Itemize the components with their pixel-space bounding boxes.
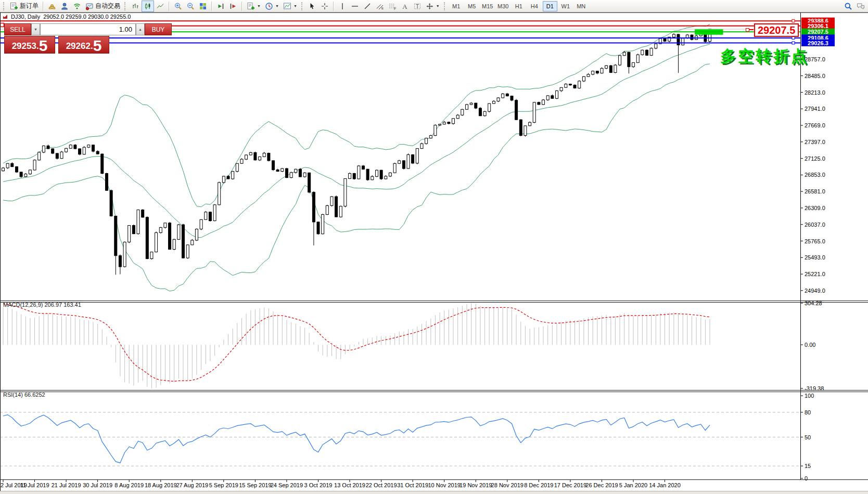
trendline-button[interactable] bbox=[361, 1, 374, 12]
volume-input[interactable] bbox=[40, 23, 136, 35]
shapes-button[interactable]: ▼ bbox=[424, 1, 442, 12]
svg-text:11 Jul 2019: 11 Jul 2019 bbox=[20, 482, 49, 488]
price-axis[interactable]: 28757.028485.028213.027941.027669.027397… bbox=[800, 56, 825, 294]
toolbar: 新订单 自动交易 bbox=[0, 0, 868, 12]
timeframe-M1[interactable]: M1 bbox=[449, 1, 464, 11]
volume-decrease-button[interactable]: ▼ bbox=[31, 23, 40, 35]
svg-text:8 Dec 2019: 8 Dec 2019 bbox=[524, 482, 553, 488]
svg-text:15 Sep 2019: 15 Sep 2019 bbox=[239, 482, 271, 488]
text-label-icon: T bbox=[413, 2, 422, 10]
text-icon: A bbox=[401, 2, 409, 10]
chart-window: 29388.629306.129207.529108.629026.328757… bbox=[0, 12, 868, 494]
svg-text:50: 50 bbox=[805, 434, 811, 440]
deposit-button[interactable] bbox=[46, 1, 58, 12]
toolbar-drag-handle bbox=[3, 2, 6, 10]
one-click-trading-panel: SELL ▼ ▲ BUY 29253.5 29262.5 bbox=[4, 23, 109, 54]
timeframe-M5[interactable]: M5 bbox=[465, 1, 479, 11]
zoom-in-button[interactable] bbox=[172, 1, 184, 12]
svg-text:25493.0: 25493.0 bbox=[805, 254, 825, 261]
timeframe-H1[interactable]: H1 bbox=[512, 1, 526, 11]
search-button[interactable] bbox=[842, 1, 854, 12]
indicators-button[interactable]: ▼ bbox=[281, 1, 299, 12]
svg-text:28213.0: 28213.0 bbox=[805, 89, 825, 96]
bar-chart-button[interactable] bbox=[129, 1, 142, 12]
chat-button[interactable] bbox=[854, 1, 867, 12]
sell-price[interactable]: 29253.5 bbox=[4, 36, 55, 54]
auto-scroll-button[interactable] bbox=[214, 1, 227, 12]
timeframe-group: M1M5M15M30H1H4D1W1MN bbox=[449, 1, 589, 11]
horizontal-line-button[interactable] bbox=[349, 1, 361, 12]
periods-button[interactable]: ▼ bbox=[263, 1, 281, 12]
zoom-out-button[interactable] bbox=[184, 1, 197, 12]
new-order-button[interactable]: 新订单 bbox=[8, 1, 41, 12]
svg-text:18 Aug 2019: 18 Aug 2019 bbox=[145, 482, 177, 488]
signals-button[interactable] bbox=[71, 1, 83, 12]
chart-plot-area[interactable]: 29388.629306.129207.529108.629026.328757… bbox=[0, 12, 868, 494]
svg-text:26581.0: 26581.0 bbox=[805, 188, 825, 194]
svg-text:80: 80 bbox=[805, 409, 811, 415]
svg-text:25221.0: 25221.0 bbox=[805, 271, 825, 277]
dropdown-arrow-icon: ▼ bbox=[436, 4, 440, 8]
buy-price[interactable]: 29262.5 bbox=[58, 36, 109, 54]
channel-button[interactable]: E bbox=[374, 1, 386, 12]
price-callout[interactable]: 29207.5 bbox=[754, 23, 799, 37]
separator bbox=[43, 2, 44, 11]
auto-trading-icon bbox=[85, 2, 94, 10]
rsi-indicator-label: RSI(14) 66.6252 bbox=[3, 392, 45, 398]
timeframe-MN[interactable]: MN bbox=[574, 1, 589, 11]
candlestick-chart-icon bbox=[144, 2, 152, 10]
zoom-in-icon bbox=[174, 2, 182, 10]
profile-button[interactable] bbox=[58, 1, 71, 12]
svg-text:0.00: 0.00 bbox=[805, 342, 815, 348]
volume-increase-button[interactable]: ▲ bbox=[136, 23, 145, 35]
svg-text:28 Nov 2019: 28 Nov 2019 bbox=[491, 482, 524, 488]
timeframe-D1[interactable]: D1 bbox=[543, 1, 557, 11]
svg-text:25765.0: 25765.0 bbox=[805, 238, 825, 244]
line-chart-icon bbox=[156, 2, 164, 10]
svg-text:19 Nov 2019: 19 Nov 2019 bbox=[459, 482, 492, 488]
svg-text:29306.1: 29306.1 bbox=[808, 23, 828, 29]
vertical-line-icon bbox=[338, 2, 347, 10]
separator bbox=[241, 2, 242, 11]
svg-text:27 Aug 2019: 27 Aug 2019 bbox=[176, 482, 208, 488]
fibonacci-button[interactable]: F bbox=[386, 1, 399, 12]
dropdown-arrow-icon: ▼ bbox=[275, 4, 279, 8]
candlestick-chart-button[interactable] bbox=[142, 1, 154, 12]
new-order-icon bbox=[10, 2, 18, 10]
timeframe-M15[interactable]: M15 bbox=[480, 1, 495, 11]
svg-text:31 Oct 2019: 31 Oct 2019 bbox=[397, 482, 428, 488]
text-label-button[interactable]: T bbox=[411, 1, 424, 12]
tile-windows-button[interactable] bbox=[197, 1, 209, 12]
svg-text:27125.0: 27125.0 bbox=[805, 155, 825, 162]
timeframe-H4[interactable]: H4 bbox=[527, 1, 542, 11]
zoom-out-icon bbox=[186, 2, 195, 10]
sell-button[interactable]: SELL bbox=[4, 23, 31, 35]
vertical-line-button[interactable] bbox=[336, 1, 349, 12]
chart-shift-button[interactable] bbox=[227, 1, 239, 12]
shapes-icon bbox=[426, 2, 434, 10]
svg-text:3 Oct 2019: 3 Oct 2019 bbox=[304, 482, 333, 488]
crosshair-button[interactable] bbox=[318, 1, 331, 12]
toolbar-drag-handle bbox=[301, 2, 304, 10]
svg-text:100: 100 bbox=[805, 393, 814, 399]
svg-text:22 Oct 2019: 22 Oct 2019 bbox=[366, 482, 397, 488]
templates-button[interactable]: ▼ bbox=[245, 1, 263, 12]
crosshair-icon bbox=[321, 2, 329, 10]
text-button[interactable]: A bbox=[399, 1, 411, 12]
chart-background bbox=[0, 12, 868, 494]
equidistant-channel-icon: E bbox=[376, 2, 384, 10]
svg-text:26309.0: 26309.0 bbox=[805, 205, 825, 211]
svg-text:21 Jul 2019: 21 Jul 2019 bbox=[52, 482, 81, 488]
svg-text:24 Sep 2019: 24 Sep 2019 bbox=[271, 482, 303, 488]
search-icon bbox=[844, 2, 852, 10]
svg-text:28485.0: 28485.0 bbox=[805, 73, 825, 79]
annotation-text[interactable]: 多空转折点 bbox=[720, 46, 809, 67]
cursor-button[interactable] bbox=[306, 1, 318, 12]
buy-button[interactable]: BUY bbox=[145, 23, 172, 35]
timeframe-W1[interactable]: W1 bbox=[558, 1, 573, 11]
line-chart-button[interactable] bbox=[154, 1, 167, 12]
timeframe-M30[interactable]: M30 bbox=[496, 1, 510, 11]
templates-icon bbox=[247, 2, 255, 10]
dropdown-arrow-icon: ▼ bbox=[293, 4, 297, 8]
auto-trading-button[interactable]: 自动交易 bbox=[83, 1, 122, 12]
